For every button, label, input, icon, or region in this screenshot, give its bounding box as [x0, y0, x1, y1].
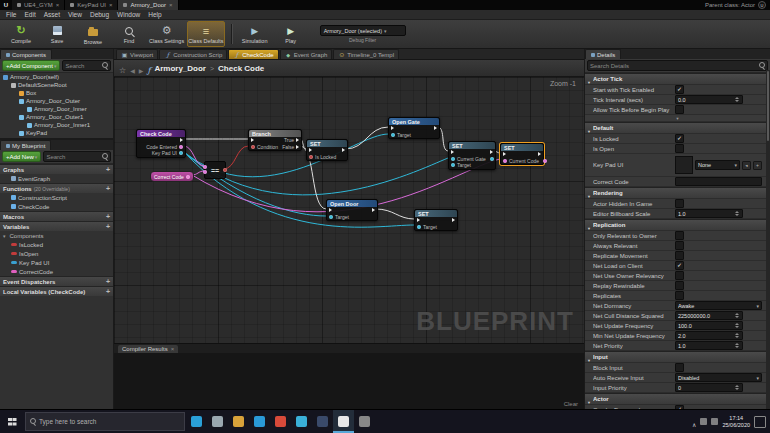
node-open-gate[interactable]: Open Gate Target: [388, 117, 440, 139]
back-icon[interactable]: [130, 59, 135, 77]
steam-icon[interactable]: [312, 410, 333, 433]
node-correct-code-get[interactable]: Correct Code: [150, 171, 194, 182]
tab-components[interactable]: Components: [0, 49, 52, 59]
toolbar-button[interactable]: Simulation: [238, 21, 272, 47]
add-new-button[interactable]: +Add New: [2, 151, 41, 162]
property-checkbox[interactable]: [675, 261, 684, 270]
blueprint-row[interactable]: EventGraph: [0, 174, 113, 183]
browse-asset-button[interactable]: [753, 161, 762, 170]
menu-item[interactable]: Window: [113, 11, 144, 18]
blueprint-row[interactable]: Macros: [0, 211, 113, 221]
blueprint-row[interactable]: Event Dispatchers: [0, 276, 113, 286]
property-checkbox[interactable]: [675, 251, 684, 260]
add-icon[interactable]: [106, 185, 110, 192]
component-tree-item[interactable]: Armory_Door_Outer: [0, 97, 113, 105]
cortana-icon[interactable]: [186, 410, 207, 433]
details-search-input[interactable]: Search Details: [587, 60, 768, 71]
blueprint-row[interactable]: CheckCode: [0, 202, 113, 211]
property-checkbox[interactable]: [675, 241, 684, 250]
toolbar-button[interactable]: Find: [112, 21, 146, 47]
exec-pin[interactable]: [451, 150, 454, 154]
spinner-icon[interactable]: [735, 312, 740, 319]
node-set-is-locked[interactable]: SET Is Locked: [306, 139, 348, 161]
exec-pin[interactable]: [296, 145, 299, 149]
property-checkbox[interactable]: [675, 405, 684, 409]
tab-compiler-results[interactable]: Compiler Results: [118, 345, 178, 353]
add-icon[interactable]: [106, 278, 110, 285]
add-icon[interactable]: [106, 166, 110, 173]
property-checkbox[interactable]: [675, 271, 684, 280]
bool-pin[interactable]: [309, 155, 313, 159]
explorer-icon[interactable]: [228, 410, 249, 433]
notification-icon[interactable]: [754, 416, 766, 428]
node-equals[interactable]: ==: [204, 161, 226, 179]
exec-pin[interactable]: [503, 152, 506, 156]
menu-item[interactable]: Asset: [40, 11, 64, 18]
spinner-icon[interactable]: [735, 332, 740, 339]
property-value-box[interactable]: [675, 177, 762, 187]
blueprint-row[interactable]: Graphs: [0, 164, 113, 174]
property-checkbox[interactable]: [675, 363, 684, 372]
debug-object-dropdown[interactable]: Armory_Door (selected): [320, 25, 406, 36]
menu-item[interactable]: Edit: [20, 11, 39, 18]
blueprint-row[interactable]: IsLocked: [0, 240, 113, 249]
exec-pin[interactable]: [490, 150, 493, 154]
blueprint-row[interactable]: ConstructionScript: [0, 193, 113, 202]
component-tree-item[interactable]: Armory_Door_Inner1: [0, 121, 113, 129]
close-icon[interactable]: [171, 346, 175, 352]
add-icon[interactable]: [106, 213, 110, 220]
exec-pin[interactable]: [251, 138, 254, 142]
property-value-box[interactable]: 2.0: [675, 331, 743, 341]
node-branch[interactable]: Branch True ConditionFalse: [248, 129, 302, 151]
string-pin[interactable]: [203, 170, 207, 174]
asset-thumbnail[interactable]: [675, 156, 693, 174]
exec-pin[interactable]: [309, 148, 312, 152]
toolbar-button[interactable]: Browse: [76, 21, 110, 47]
spinner-icon[interactable]: [735, 210, 740, 217]
tab-my-blueprint[interactable]: My Blueprint: [0, 140, 51, 150]
doc-tab[interactable]: Construction Scrip: [159, 49, 227, 59]
string-pin[interactable]: [543, 159, 547, 163]
doc-tab[interactable]: Event Graph: [280, 49, 333, 59]
blueprint-graph-canvas[interactable]: Check Code Code Entered Key Pad UI Corre…: [114, 77, 584, 343]
property-checkbox[interactable]: [675, 281, 684, 290]
taskview-icon[interactable]: [207, 410, 228, 433]
toolbar-button[interactable]: Class Defaults: [187, 21, 224, 47]
property-value-box[interactable]: 1.0: [675, 209, 743, 219]
dropdown-arrow-icon[interactable]: [756, 303, 759, 309]
exec-pin[interactable]: [417, 218, 420, 222]
string-pin[interactable]: [179, 145, 183, 149]
object-pin[interactable]: [417, 225, 421, 229]
menu-item[interactable]: View: [64, 11, 86, 18]
node-check-code-entry[interactable]: Check Code Code Entered Key Pad UI: [136, 129, 186, 158]
exec-pin[interactable]: [391, 126, 394, 130]
property-value-box[interactable]: None: [695, 160, 740, 170]
doc-tab[interactable]: Viewport: [116, 49, 158, 59]
components-search-input[interactable]: Search: [62, 60, 111, 71]
menu-item[interactable]: File: [2, 11, 20, 18]
dropdown-arrow-icon[interactable]: [756, 375, 759, 381]
forward-icon[interactable]: [139, 59, 144, 77]
use-selected-button[interactable]: [742, 161, 751, 170]
exec-pin[interactable]: [296, 138, 299, 142]
chrome-icon[interactable]: [270, 410, 291, 433]
volume-icon[interactable]: [711, 418, 718, 425]
property-checkbox[interactable]: [675, 231, 684, 240]
object-pin[interactable]: [451, 157, 455, 161]
bookmark-icon[interactable]: [119, 59, 126, 77]
property-checkbox[interactable]: [675, 144, 684, 153]
window-tab[interactable]: Armory_Door: [118, 0, 178, 10]
object-pin[interactable]: [329, 215, 333, 219]
exec-pin[interactable]: [538, 152, 541, 156]
spinner-icon[interactable]: [735, 96, 740, 103]
blueprint-row[interactable]: Variables: [0, 221, 113, 231]
add-icon[interactable]: [106, 288, 110, 295]
menu-item[interactable]: Debug: [86, 11, 113, 18]
epic-icon[interactable]: [354, 410, 375, 433]
details-scrollbar[interactable]: [766, 70, 770, 409]
property-value-box[interactable]: 225000000.0: [675, 311, 743, 321]
spinner-icon[interactable]: [735, 322, 740, 329]
exec-pin[interactable]: [434, 126, 437, 130]
property-value-box[interactable]: Disabled: [675, 373, 762, 383]
doc-tab[interactable]: Timeline_0 Templ: [333, 49, 399, 59]
